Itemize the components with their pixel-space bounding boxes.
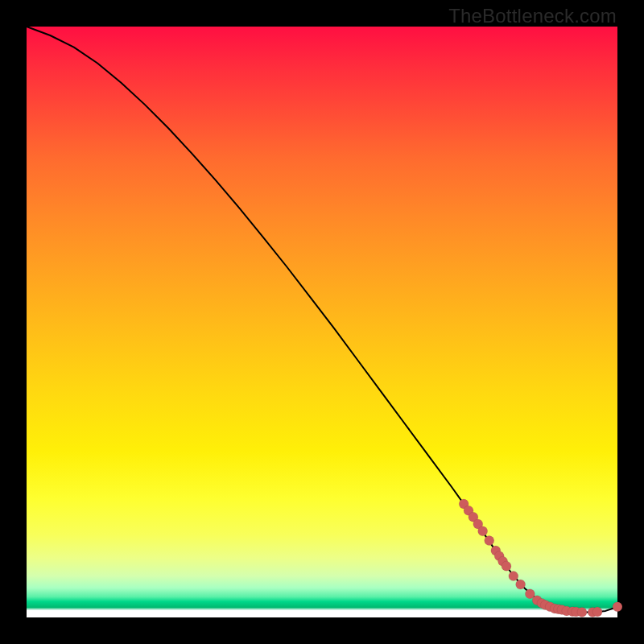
watermark-text: TheBottleneck.com (448, 5, 617, 27)
bottleneck-curve (27, 27, 617, 612)
data-point (613, 602, 622, 612)
chart-frame: TheBottleneck.com (0, 0, 644, 644)
data-point (516, 580, 526, 589)
data-point (478, 526, 488, 536)
chart-overlay (27, 27, 617, 617)
data-point (502, 561, 511, 571)
data-point (485, 536, 494, 546)
data-point (509, 572, 518, 581)
data-point (577, 607, 587, 617)
data-point (592, 607, 602, 617)
data-points (459, 499, 622, 617)
